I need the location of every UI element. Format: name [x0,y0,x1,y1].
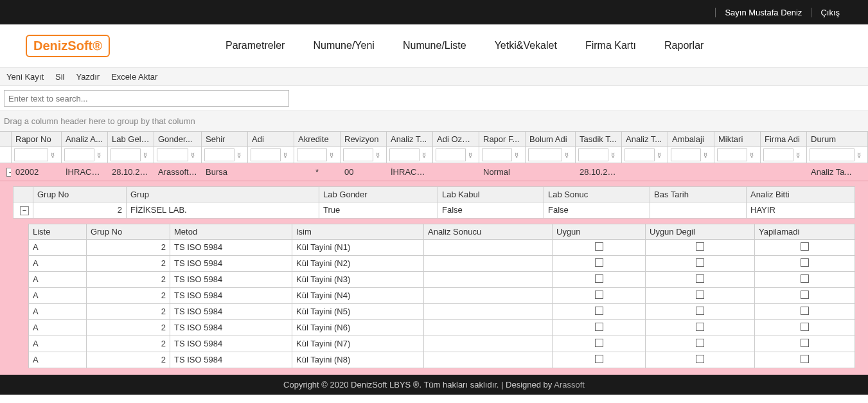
checkbox-uygun-degil[interactable] [696,339,704,347]
checkbox-yapilamadi[interactable] [801,307,809,315]
col-analiz-t2[interactable]: Analiz T... [622,132,668,147]
checkbox-uygun[interactable] [595,274,603,283]
filter-icon[interactable]: ☿ [608,152,617,159]
checkbox-uygun[interactable] [595,291,603,299]
col-miktari[interactable]: Miktari [714,132,761,147]
brand-logo[interactable]: DenizSoft® [26,35,110,57]
col-bolum-adi[interactable]: Bolum Adi [526,132,576,147]
filter-rapor-no[interactable] [14,148,48,161]
checkbox-uygun-degil[interactable] [696,355,704,363]
checkbox-uygun[interactable] [595,339,603,347]
filter-icon[interactable]: ☿ [420,152,429,159]
nav-numune-liste[interactable]: Numune/Liste [403,40,466,51]
filter-firma-adi[interactable] [763,148,793,161]
nav-numune-yeni[interactable]: Numune/Yeni [313,40,374,51]
filter-icon[interactable]: ☿ [855,152,864,159]
inner-col-liste[interactable]: Liste [29,224,87,239]
checkbox-yapilamadi[interactable] [801,258,809,267]
group-panel[interactable]: Drag a column header here to group by th… [0,111,868,132]
collapse-icon[interactable]: − [20,206,29,215]
col-firma-adi[interactable]: Firma Adi [761,132,807,147]
col-akredite[interactable]: Akredite [294,132,341,147]
checkbox-uygun-degil[interactable] [696,323,704,331]
inner-col-sonuc[interactable]: Analiz Sonucu [424,224,553,239]
inner-row[interactable]: A2TS ISO 5984Kül Tayini (N5) [29,303,855,319]
filter-icon[interactable]: ☿ [94,152,103,159]
checkbox-uygun[interactable] [595,355,603,363]
filter-sehir[interactable] [204,148,235,161]
inner-col-isim[interactable]: Isim [292,224,424,239]
filter-gonder[interactable] [157,148,188,161]
checkbox-yapilamadi[interactable] [801,291,809,299]
checkbox-uygun-degil[interactable] [696,307,704,315]
checkbox-uygun[interactable] [595,258,603,267]
col-adi[interactable]: Adi [248,132,294,147]
filter-icon[interactable]: ☿ [281,152,290,159]
topbar-logout[interactable]: Çıkış [811,8,849,17]
sub-col-grup[interactable]: Grup [127,187,319,202]
sub-col-lab-kabul[interactable]: Lab Kabul [438,187,544,202]
sub-row[interactable]: − 2 FİZİKSEL LAB. True False False HAYIR [13,202,855,219]
inner-row[interactable]: A2TS ISO 5984Kül Tayini (N1) [29,239,855,255]
filter-adi[interactable] [251,148,281,161]
filter-icon[interactable]: ☿ [793,152,802,159]
checkbox-yapilamadi[interactable] [801,242,809,251]
footer-link[interactable]: Arassoft [554,380,585,390]
checkbox-uygun[interactable] [595,323,603,331]
col-adi-ozell[interactable]: Adi Ozell... [433,132,479,147]
col-durum[interactable]: Durum [807,132,868,147]
sub-col-bas-tarih[interactable]: Bas Tarih [650,187,747,202]
sub-col-lab-sonuc[interactable]: Lab Sonuc [544,187,650,202]
filter-icon[interactable]: ☿ [48,152,57,159]
col-analiz-a[interactable]: Analiz A... [62,132,108,147]
filter-icon[interactable]: ☿ [327,152,336,159]
search-input[interactable] [4,90,289,107]
sub-col-grup-no[interactable]: Grup No [33,187,127,202]
inner-col-uygun[interactable]: Uygun [553,224,646,239]
inner-col-metod[interactable]: Metod [170,224,292,239]
checkbox-uygun-degil[interactable] [696,242,704,251]
filter-icon[interactable]: ☿ [562,152,571,159]
filter-icon[interactable]: ☿ [466,152,475,159]
filter-icon[interactable]: ☿ [235,152,244,159]
col-ambalaji[interactable]: Ambalaji [668,132,714,147]
filter-lab-geli[interactable] [111,148,141,161]
inner-col-yapilamadi[interactable]: Yapilamadi [755,224,855,239]
filter-rapor-f[interactable] [482,148,512,161]
filter-akredite[interactable] [297,148,327,161]
inner-row[interactable]: A2TS ISO 5984Kül Tayini (N6) [29,319,855,336]
checkbox-uygun[interactable] [595,307,603,315]
filter-icon[interactable]: ☿ [655,152,664,159]
col-lab-geli[interactable]: Lab Geli... [108,132,154,147]
toolbar-new[interactable]: Yeni Kayıt [6,72,44,82]
toolbar-excel[interactable]: Excele Aktar [111,72,157,82]
checkbox-yapilamadi[interactable] [801,274,809,283]
checkbox-uygun-degil[interactable] [696,274,704,283]
nav-firma-karti[interactable]: Firma Kartı [585,40,636,51]
topbar-user[interactable]: Sayın Mustafa Deniz [715,8,811,17]
col-tasdik-t[interactable]: Tasdik T... [576,132,622,147]
filter-icon[interactable]: ☿ [512,152,521,159]
toolbar-delete[interactable]: Sil [55,72,64,82]
checkbox-yapilamadi[interactable] [801,355,809,363]
filter-adi-ozell[interactable] [436,148,466,161]
filter-revizyon[interactable] [343,148,373,161]
inner-row[interactable]: A2TS ISO 5984Kül Tayini (N7) [29,336,855,352]
toolbar-print[interactable]: Yazdır [76,72,100,82]
inner-row[interactable]: A2TS ISO 5984Kül Tayini (N3) [29,271,855,287]
col-rapor-no[interactable]: Rapor No [12,132,62,147]
checkbox-uygun-degil[interactable] [696,291,704,299]
filter-ambalaji[interactable] [671,148,701,161]
filter-icon[interactable]: ☿ [373,152,382,159]
filter-icon[interactable]: ☿ [747,152,756,159]
checkbox-yapilamadi[interactable] [801,323,809,331]
inner-col-grup-no[interactable]: Grup No [87,224,170,239]
col-analiz-t[interactable]: Analiz T... [387,132,433,147]
inner-row[interactable]: A2TS ISO 5984Kül Tayini (N2) [29,255,855,271]
inner-row[interactable]: A2TS ISO 5984Kül Tayini (N4) [29,287,855,303]
col-gonder[interactable]: Gonder... [154,132,202,147]
filter-analiz-a[interactable] [64,148,94,161]
inner-col-uygun-degil[interactable]: Uygun Degil [646,224,755,239]
filter-icon[interactable]: ☿ [188,152,197,159]
nav-raporlar[interactable]: Raporlar [664,40,704,51]
